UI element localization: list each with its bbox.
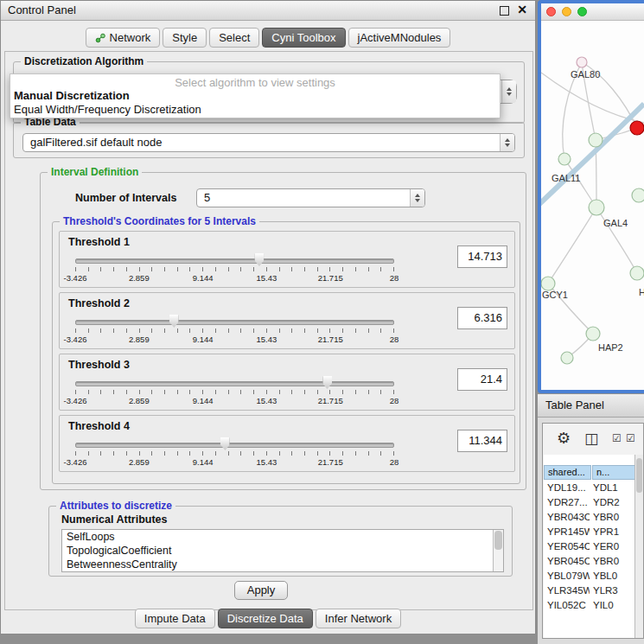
network-node[interactable] (577, 57, 587, 67)
tab-style[interactable]: Style (163, 28, 207, 48)
network-view-inner: GAL80GAL11GAL4GCY1HHAP2 (541, 3, 644, 390)
scrollbar-thumb[interactable] (636, 458, 642, 493)
top-tab-bar: NetworkStyleSelectCyni ToolboxjActiveMNo… (1, 28, 535, 48)
table-data-groupbox: Table Data galFiltered.sif default node (13, 122, 525, 158)
node-label: GCY1 (542, 290, 568, 300)
attribute-item[interactable]: TopologicalCoefficient (62, 544, 503, 558)
gear-icon[interactable]: ⚙ (557, 429, 571, 448)
apply-button[interactable]: Apply (234, 581, 288, 600)
attributes-group-label: Attributes to discretize (56, 500, 175, 512)
threshold-slider[interactable]: -3.4262.8599.14415.4321.71528 (75, 314, 394, 347)
tab-impute-data[interactable]: Impute Data (135, 609, 215, 628)
table-row[interactable]: YBR043CYBR0 (544, 510, 635, 525)
combo-stepper-icon[interactable] (500, 134, 514, 151)
attribute-item[interactable]: BetweennessCentrality (62, 558, 503, 571)
threshold-slider[interactable]: -3.4262.8599.14415.4321.71528 (75, 375, 394, 408)
close-traffic-light-icon[interactable] (546, 7, 556, 16)
combo-stepper-icon[interactable] (410, 189, 424, 207)
slider-thumb[interactable] (322, 376, 332, 389)
scrollbar-thumb[interactable] (494, 531, 502, 550)
slider-track[interactable] (75, 258, 394, 264)
tick-label: 9.144 (193, 273, 214, 283)
tab-jactivemnodules[interactable]: jActiveMNodules (348, 28, 451, 48)
float-window-icon[interactable] (500, 6, 509, 16)
tick-label: -3.426 (64, 396, 87, 405)
attributes-scrollbar[interactable] (493, 530, 503, 571)
tab-network[interactable]: Network (86, 28, 161, 48)
tab-infer-network[interactable]: Infer Network (316, 609, 401, 628)
table-row[interactable]: YBR045CYBR0 (544, 554, 635, 569)
attributes-list[interactable]: SelfLoopsTopologicalCoefficientBetweenne… (61, 529, 504, 572)
attribute-item[interactable]: SelfLoops (62, 530, 503, 544)
checkbox-icon[interactable]: ☑ (626, 432, 635, 444)
tab-select[interactable]: Select (209, 28, 259, 48)
table-rows: YDL19...YDL1YDR27...YDR2YBR043CYBR0YPR14… (544, 481, 635, 638)
table-cell: YPR1 (590, 525, 635, 539)
combo-stepper-icon[interactable] (501, 80, 516, 103)
table-row[interactable]: YPR145WYPR1 (544, 525, 635, 539)
network-node[interactable] (586, 327, 600, 341)
interval-definition-groupbox: Interval Definition Number of Intervals … (40, 172, 526, 490)
column-header[interactable]: shared... (544, 465, 591, 480)
slider-track[interactable] (75, 320, 394, 325)
network-node[interactable] (630, 121, 644, 135)
slider-track[interactable] (75, 381, 394, 386)
tick-label: 21.715 (318, 273, 343, 283)
table-row[interactable]: YBL079WYBL0 (544, 569, 635, 583)
network-edge[interactable] (541, 73, 644, 123)
column-header[interactable]: n... (592, 465, 635, 480)
slider-track[interactable] (75, 443, 394, 448)
algorithm-option[interactable]: Manual Discretization (10, 89, 500, 103)
table-cell: YLR3 (590, 583, 635, 598)
table-data-combobox[interactable]: galFiltered.sif default node (22, 133, 515, 152)
network-node[interactable] (630, 266, 644, 280)
num-intervals-spinner[interactable]: 5 (196, 188, 425, 207)
threshold-label: Threshold 1 (68, 236, 130, 248)
network-edge[interactable] (541, 104, 644, 204)
zoom-traffic-light-icon[interactable] (577, 7, 587, 16)
slider-thumb[interactable] (220, 437, 230, 450)
table-scrollbar[interactable] (634, 455, 643, 638)
threshold-value-field[interactable]: 21.4 (457, 368, 507, 391)
arrow-up-icon (415, 194, 420, 197)
tab-cyni-toolbox[interactable]: Cyni Toolbox (262, 28, 345, 48)
tick-label: 9.144 (193, 335, 214, 344)
network-node[interactable] (589, 200, 604, 215)
tab-discretize-data[interactable]: Discretize Data (218, 609, 313, 628)
table-row[interactable]: YER054CYER0 (544, 539, 635, 554)
network-edge[interactable] (548, 207, 596, 284)
network-node[interactable] (589, 133, 603, 147)
algorithm-group-label: Discretization Algorithm (21, 55, 147, 67)
checkbox-icon[interactable]: ☑ (612, 432, 622, 444)
threshold-value-field[interactable]: 11.344 (457, 430, 507, 452)
tick-label: 2.859 (129, 273, 150, 283)
tick-label: 21.715 (318, 335, 343, 344)
slider-ticks (75, 328, 394, 333)
table-row[interactable]: YIL052CYIL0 (544, 598, 635, 613)
tick-label: 2.859 (129, 457, 150, 467)
threshold-value-field[interactable]: 14.713 (457, 245, 507, 268)
screen: Control Panel ✕ NetworkStyleSelectCyni T… (0, 0, 644, 644)
threshold-label: Threshold 4 (68, 420, 130, 432)
algorithm-option[interactable]: Equal Width/Frequency Discretization (10, 103, 500, 117)
node-label: GAL80 (571, 69, 600, 80)
close-icon[interactable]: ✕ (517, 3, 527, 16)
network-node[interactable] (561, 352, 573, 364)
network-canvas[interactable]: GAL80GAL11GAL4GCY1HHAP2 (541, 21, 644, 390)
column-selector-icon[interactable]: ◫ (584, 430, 598, 448)
network-node[interactable] (632, 188, 644, 202)
thresholds-group-label: Threshold's Coordinates for 5 Intervals (60, 215, 259, 227)
threshold-slider[interactable]: -3.4262.8599.14415.4321.71528 (75, 437, 394, 469)
minimize-traffic-light-icon[interactable] (562, 7, 571, 16)
table-row[interactable]: YLR345WYLR3 (544, 583, 635, 598)
slider-thumb[interactable] (254, 253, 264, 266)
algorithm-dropdown-popup: Select algorithm to view settings Manual… (10, 73, 501, 118)
table-row[interactable]: YDL19...YDL1 (544, 481, 635, 495)
table-row[interactable]: YDR27...YDR2 (544, 495, 635, 510)
slider-thumb[interactable] (169, 315, 179, 328)
threshold-slider[interactable]: -3.4262.8599.14415.4321.71528 (75, 252, 394, 285)
numerical-attributes-label: Numerical Attributes (61, 513, 167, 526)
threshold-value-field[interactable]: 6.316 (457, 307, 507, 329)
network-node[interactable] (541, 277, 555, 290)
network-node[interactable] (558, 153, 571, 165)
